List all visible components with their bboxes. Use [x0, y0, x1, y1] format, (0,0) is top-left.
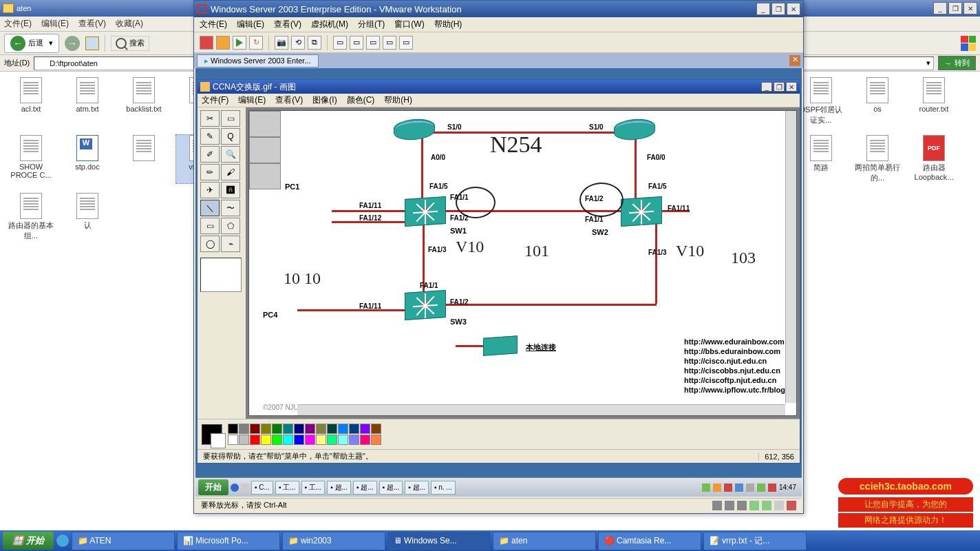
menu-item[interactable]: 查看(V) [274, 19, 301, 30]
paint-tool[interactable]: ▭ [221, 110, 240, 127]
close-button[interactable]: ✕ [787, 3, 800, 15]
minimize-button[interactable]: _ [933, 2, 947, 14]
taskbar-button[interactable]: 📁 ATEN [72, 532, 175, 550]
color-swatch[interactable] [305, 435, 315, 445]
file-item[interactable]: acl.txt [7, 77, 55, 125]
paint-tool[interactable]: ◯ [200, 236, 220, 252]
color-swatch[interactable] [349, 424, 359, 434]
file-item[interactable]: router.txt [910, 77, 958, 125]
start-button[interactable]: 🪟 开始 [3, 532, 54, 550]
file-item[interactable]: 两招简单易行的... [853, 135, 902, 183]
menu-item[interactable]: 帮助(H) [384, 94, 412, 106]
snapshot-button[interactable]: 📷 [275, 36, 288, 50]
restore-button[interactable]: ❐ [774, 82, 785, 92]
color-swatch[interactable] [371, 424, 381, 434]
vmware-menubar[interactable]: 文件(E)编辑(E)查看(V)虚拟机(M)分组(T)窗口(W)帮助(H) [194, 17, 803, 32]
tool-options[interactable] [200, 258, 242, 292]
minimize-button[interactable]: _ [761, 82, 772, 92]
color-swatch[interactable] [239, 435, 249, 445]
taskbar-button[interactable]: ▪ C... [251, 481, 273, 495]
menu-item[interactable]: 编辑(E) [237, 19, 264, 30]
color-swatch[interactable] [272, 435, 282, 445]
menu-item[interactable]: 编辑(E) [41, 18, 69, 30]
color-swatch[interactable] [327, 435, 337, 445]
paint-tool[interactable]: ✏ [200, 164, 220, 180]
paint-tool[interactable]: ⬠ [221, 218, 240, 234]
file-item[interactable]: atm.txt [63, 77, 111, 125]
manage-button[interactable]: ⧉ [308, 36, 321, 50]
paint-tool[interactable]: 〜 [221, 200, 240, 216]
hscroll[interactable] [297, 404, 785, 415]
color-swatch[interactable] [294, 424, 304, 434]
menu-item[interactable]: 图像(I) [312, 94, 337, 106]
color-swatch[interactable] [283, 424, 293, 434]
menu-item[interactable]: 文件(F) [202, 94, 228, 106]
desktop-icon[interactable] [241, 484, 249, 492]
paint-canvas[interactable]: PC1 PC4 SW1 SW2 SW3 本地连接 S1/0 S1/0 A0/0 … [248, 110, 797, 416]
ie-icon[interactable] [56, 534, 69, 547]
paint-tool[interactable]: ✐ [200, 146, 220, 163]
color-swatch[interactable] [360, 424, 370, 434]
view3-button[interactable]: ▭ [366, 36, 380, 50]
paint-tool[interactable]: ▭ [200, 218, 220, 234]
file-item[interactable]: 路由器的基本组... [7, 193, 55, 241]
color-swatch[interactable] [327, 424, 337, 434]
unity-button[interactable]: ▭ [399, 36, 413, 50]
color-swatch[interactable] [261, 424, 271, 434]
view2-button[interactable]: ▭ [350, 36, 363, 50]
taskbar-button[interactable]: ▪ 超... [405, 481, 429, 495]
fullscreen-button[interactable]: ▭ [383, 36, 396, 50]
file-item[interactable]: OSPF邻居认证实... [797, 77, 845, 125]
file-item[interactable]: stp.doc [63, 135, 111, 183]
taskbar-button[interactable]: ▪ n. ... [431, 481, 456, 495]
pause-button[interactable] [216, 36, 230, 50]
close-tab-button[interactable]: ✕ [789, 55, 800, 66]
paint-toolbox[interactable]: ✂▭✎Q✐🔍✏🖌✈🅰＼〜▭⬠◯⌁ [198, 107, 246, 419]
paint-tool[interactable]: 🖌 [221, 164, 240, 180]
menu-item[interactable]: 查看(V) [275, 94, 303, 106]
taskbar-button[interactable]: ▪ 工... [275, 481, 299, 495]
forward-button[interactable]: → [65, 36, 80, 51]
paint-titlebar[interactable]: CCNA交换版.gif - 画图 _ ❐ ✕ [198, 80, 800, 94]
file-item[interactable]: 路由器Loopback... [910, 135, 958, 183]
taskbar-button[interactable]: 📝 vrrp.txt - 记... [703, 532, 807, 550]
back-button[interactable]: ←后退▾ [4, 34, 59, 53]
close-button[interactable]: ✕ [963, 2, 977, 14]
file-item[interactable]: 认 [63, 193, 111, 241]
minimize-button[interactable]: _ [756, 3, 770, 15]
color-swatch[interactable] [316, 435, 326, 445]
revert-button[interactable]: ⟲ [291, 36, 305, 50]
file-item[interactable]: backlist.txt [120, 77, 168, 125]
color-swatch[interactable] [294, 435, 304, 445]
ie-icon[interactable] [231, 484, 239, 492]
taskbar-button[interactable]: 🔴 Camtasia Re... [598, 532, 701, 550]
maximize-button[interactable]: ❐ [948, 2, 962, 14]
taskbar-button[interactable]: 🖥 Windows Se... [387, 532, 491, 550]
taskbar-button[interactable]: ▪ 工... [301, 481, 326, 495]
color-swatch[interactable] [272, 424, 282, 434]
guest-tray[interactable]: 14:47 [699, 484, 799, 492]
vmware-titlebar[interactable]: Windows Server 2003 Enterprise Edition -… [194, 1, 803, 17]
file-item[interactable]: SHOW PROCE C... [7, 135, 55, 183]
color-swatch[interactable] [228, 424, 238, 434]
menu-item[interactable]: 窗口(W) [394, 19, 424, 30]
guest-start-button[interactable]: 开始 [198, 479, 228, 495]
color-swatch[interactable] [239, 424, 249, 434]
paint-tool[interactable]: ＼ [200, 200, 220, 216]
file-item[interactable]: os [853, 77, 902, 125]
search-button[interactable]: 搜索 [111, 36, 149, 51]
paint-tool[interactable]: ⌁ [221, 236, 240, 252]
taskbar-button[interactable]: ▪ 超... [353, 481, 377, 495]
menu-item[interactable]: 虚拟机(M) [311, 19, 348, 30]
stop-button[interactable] [200, 36, 213, 50]
taskbar-button[interactable]: 📁 aten [493, 532, 596, 550]
paint-tool[interactable]: 🅰 [221, 182, 240, 198]
file-item[interactable] [120, 135, 168, 183]
paint-palette[interactable] [198, 419, 800, 449]
go-button[interactable]: → 转到 [938, 56, 976, 70]
paint-menubar[interactable]: 文件(F)编辑(E)查看(V)图像(I)颜色(C)帮助(H) [198, 94, 800, 107]
paint-tool[interactable]: Q [221, 128, 240, 145]
color-swatch[interactable] [338, 424, 348, 434]
up-icon[interactable] [85, 37, 99, 50]
menu-item[interactable]: 编辑(E) [238, 94, 266, 106]
